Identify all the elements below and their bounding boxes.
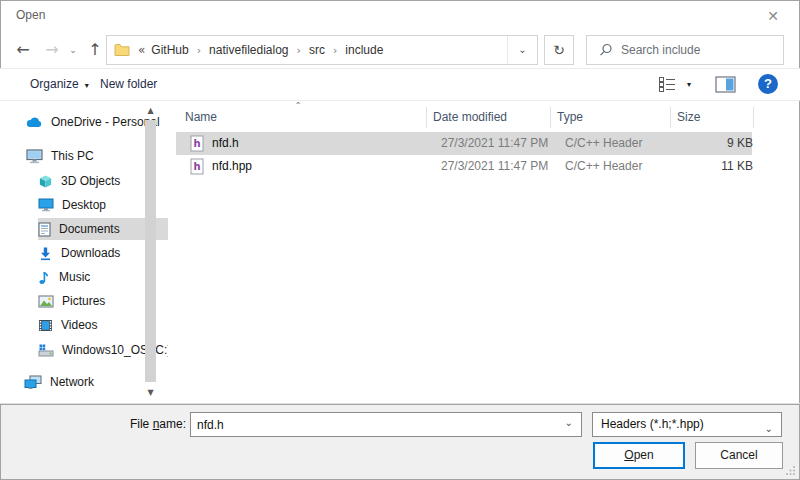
file-name-input[interactable] [197,414,551,435]
folder-icon [114,43,131,57]
column-divider[interactable] [550,107,551,128]
chevron-down-icon: ⌄ [518,44,526,55]
forward-icon: → [45,40,58,59]
recent-locations-button[interactable]: ⌄ [64,36,82,64]
file-size: 9 KB [656,132,753,155]
open-label: pen [634,448,654,462]
file-name-label: File name: [0,417,186,431]
up-button[interactable]: ↑ [82,36,108,64]
sidebar-scrollbar[interactable]: ▲ ▼ [143,104,158,400]
sidebar-item-label: Desktop [62,198,106,212]
file-date: 27/3/2021 11:47 PM [441,155,548,178]
sidebar-item-label: 3D Objects [61,174,120,188]
file-type-value: Headers (*.h;*.hpp) [601,417,704,431]
film-icon [38,319,53,332]
music-note-icon [38,270,51,285]
organize-button[interactable]: Organize▾ [30,69,89,100]
back-button[interactable]: ← [8,36,38,64]
organize-label: Organize [30,77,79,91]
dialog-footer: File name: ⌄ Headers (*.h;*.hpp) ⌄ Open … [0,403,800,480]
file-type: C/C++ Header [565,155,642,178]
forward-button[interactable]: → [38,36,66,64]
chevron-down-icon: ▾ [85,81,89,90]
file-name: nfd.h [212,132,239,155]
scrollbar-thumb[interactable] [145,120,156,382]
command-toolbar: Organize▾ New folder ▾ ? [0,68,800,101]
window-title: Open [16,8,45,22]
search-input[interactable] [621,43,783,57]
scroll-up-icon[interactable]: ▲ [143,104,158,118]
breadcrumb-separator-icon: › [327,44,343,57]
chevron-down-icon[interactable]: ⌄ [565,417,573,428]
sidebar-item-label: Music [59,270,90,284]
column-header-size[interactable]: Size [677,105,700,129]
column-divider[interactable] [426,107,427,128]
file-type-select[interactable]: Headers (*.h;*.hpp) ⌄ [592,412,782,437]
desktop-icon [38,198,54,212]
file-row-nfd-hpp[interactable]: h nfd.hpp 27/3/2021 11:47 PM C/C++ Heade… [176,155,752,178]
new-folder-button[interactable]: New folder [100,69,157,100]
preview-pane-icon[interactable] [715,76,736,93]
help-icon: ? [764,76,772,91]
svg-text:h: h [193,161,200,172]
file-name: nfd.hpp [212,155,252,178]
address-bar[interactable]: « GitHub › nativefiledialog › src › incl… [106,35,538,65]
hard-drive-icon [38,343,54,358]
chevron-down-icon: ⌄ [69,45,77,55]
cpp-header-file-icon: h [190,158,204,175]
open-file-dialog: Open ✕ ← → ⌄ ↑ « GitHub › nativefiledial… [0,0,800,480]
title-bar[interactable]: Open ✕ [0,0,800,32]
file-date: 27/3/2021 11:47 PM [441,132,548,155]
file-name-combo: ⌄ [190,412,582,437]
picture-icon [38,295,54,308]
address-dropdown-button[interactable]: ⌄ [507,36,537,64]
chevron-down-icon: ▾ [687,80,691,89]
column-header-name[interactable]: Name [185,105,217,129]
breadcrumb-item-src[interactable]: src [307,43,327,57]
network-icon [24,375,42,390]
help-button[interactable]: ? [758,74,778,94]
resize-grip[interactable] [785,465,796,476]
refresh-icon: ↻ [553,42,565,58]
sort-ascending-icon: ⌃ [286,101,310,111]
navigation-pane: OneDrive - Personal This PC 3D Objects D… [0,101,160,403]
breadcrumb-item-include[interactable]: include [343,43,385,57]
scroll-down-icon[interactable]: ▼ [143,386,158,400]
breadcrumb-separator-icon: › [291,44,307,57]
download-arrow-icon [38,246,53,261]
open-button[interactable]: Open [593,442,685,469]
sidebar-item-label: Downloads [61,246,120,260]
sidebar-item-label: Network [50,375,94,389]
back-icon: ← [16,40,29,59]
file-row-nfd-h[interactable]: h nfd.h 27/3/2021 11:47 PM C/C++ Header … [176,132,752,155]
breadcrumb-item-nativefiledialog[interactable]: nativefiledialog [207,43,290,57]
file-type: C/C++ Header [565,132,642,155]
chevron-down-icon: ⌄ [765,417,773,440]
cancel-button[interactable]: Cancel [695,442,783,469]
breadcrumb-overflow[interactable]: « [137,43,149,57]
navigation-bar: ← → ⌄ ↑ « GitHub › nativefiledialog › sr… [0,32,800,68]
3d-cube-icon [38,174,53,189]
search-box [586,35,784,65]
details-view-icon[interactable] [658,76,677,92]
sidebar-item-network[interactable]: Network [24,371,162,393]
breadcrumb-separator-icon: › [191,44,207,57]
search-icon [599,43,613,57]
open-accelerator: O [624,448,633,462]
close-button[interactable]: ✕ [760,4,786,28]
sidebar-item-label: Videos [61,318,97,332]
close-icon: ✕ [767,8,779,24]
computer-icon [26,149,43,164]
cancel-label: Cancel [720,448,757,462]
views-dropdown-button[interactable]: ▾ [687,80,691,89]
file-name-label-pre: File [130,417,153,431]
svg-text:h: h [193,138,200,149]
sidebar-item-label: Documents [59,222,120,236]
sidebar-item-label: Pictures [62,294,105,308]
refresh-button[interactable]: ↻ [544,35,574,65]
column-header-type[interactable]: Type [557,105,583,129]
column-divider[interactable] [670,107,671,128]
breadcrumb-item-github[interactable]: GitHub [149,43,190,57]
column-header-date-modified[interactable]: Date modified [433,105,507,129]
column-divider[interactable] [753,107,754,128]
